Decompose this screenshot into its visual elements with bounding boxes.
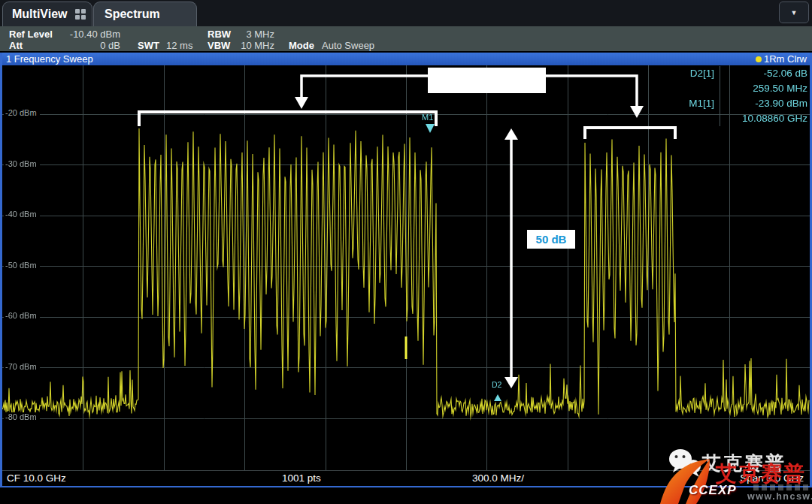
spectrum-plot-area[interactable]: -20 dBm -30 dBm -40 dBm -50 dBm -60 dBm … — [2, 65, 810, 470]
mode-label[interactable]: Mode — [289, 40, 314, 51]
tab-spectrum[interactable]: Spectrum — [93, 2, 197, 26]
sweep-footer-bar: CF 10.0 GHz 1001 pts 300.0 MHz/ Span 3.0… — [2, 470, 810, 486]
swt-value[interactable]: 12 ms — [166, 40, 192, 51]
frequency-per-division-value[interactable]: 300.0 MHz/ — [472, 471, 524, 485]
marker-m1-level: -23.90 dBm — [720, 96, 807, 111]
frequency-sweep-window: 1 Frequency Sweep 1Rm Clrw -20 dBm -30 d… — [0, 53, 812, 487]
vbw-value[interactable]: 10 MHz — [233, 40, 274, 51]
marker-readout-panel: D2[1]-52.06 dB 259.50 MHz M1[1]-23.90 dB… — [672, 66, 807, 126]
mode-value[interactable]: Auto Sweep — [322, 40, 374, 51]
chevron-down-icon: ▼ — [791, 9, 798, 17]
sweep-points-value[interactable]: 1001 pts — [282, 471, 321, 485]
rbw-label[interactable]: RBW — [208, 29, 231, 40]
spectrum-analyzer-screen: MultiView Spectrum ▼ Ref Level -10.40 dB… — [0, 0, 812, 504]
marker-m1-name: M1[1] — [672, 96, 720, 111]
tab-spectrum-label: Spectrum — [105, 8, 160, 21]
att-value[interactable]: 0 dB — [53, 40, 120, 51]
rbw-value[interactable]: 3 MHz — [233, 29, 274, 40]
settings-bar: Ref Level -10.40 dBm RBW 3 MHz Att 0 dB … — [0, 26, 812, 51]
window-dropdown-button[interactable]: ▼ — [779, 2, 809, 23]
channel-tab-bar: MultiView Spectrum ▼ — [0, 0, 812, 26]
tab-multiview[interactable]: MultiView — [2, 2, 92, 26]
y-axis-label: -40 dBm — [4, 210, 40, 219]
y-axis-label: -50 dBm — [4, 261, 40, 270]
center-frequency-value[interactable]: CF 10.0 GHz — [7, 471, 66, 485]
y-axis-label: -80 dBm — [4, 412, 40, 421]
trace-mode-indicator[interactable]: 1Rm Clrw — [756, 53, 807, 65]
swt-label[interactable]: SWT — [138, 40, 159, 51]
y-axis-label: -60 dBm — [4, 311, 40, 320]
window-titlebar[interactable]: 1 Frequency Sweep 1Rm Clrw — [2, 53, 810, 65]
vbw-label[interactable]: VBW — [208, 40, 230, 51]
trace1-color-dot-icon — [756, 56, 762, 62]
ref-level-value[interactable]: -10.40 dBm — [53, 29, 120, 40]
tab-multiview-label: MultiView — [12, 8, 68, 21]
y-axis-label: -70 dBm — [4, 362, 40, 371]
delta-50db-label: 50 dB — [527, 230, 575, 249]
trace-mode-label: 1Rm Clrw — [764, 53, 807, 65]
window-title: 1 Frequency Sweep — [6, 53, 93, 65]
marker-d2-level: -52.06 dB — [720, 66, 807, 81]
y-axis-label: -20 dBm — [4, 108, 40, 117]
span-value[interactable]: Span 3.0 GHz — [740, 471, 804, 485]
ref-level-label[interactable]: Ref Level — [9, 29, 53, 40]
marker-d2-frequency: 259.50 MHz — [720, 81, 807, 96]
y-axis-label: -30 dBm — [4, 159, 40, 168]
marker-m1-frequency: 10.08860 GHz — [720, 111, 807, 126]
watermark-url: www.hncsw.net — [747, 491, 812, 502]
marker-d2-name: D2[1] — [672, 66, 720, 81]
att-label[interactable]: Att — [9, 40, 23, 51]
multiview-grid-icon — [75, 9, 86, 20]
